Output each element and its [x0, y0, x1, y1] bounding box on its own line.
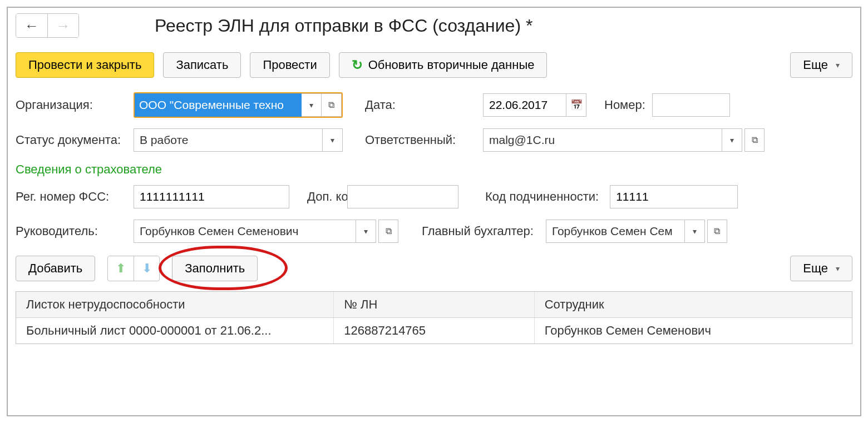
ext-input[interactable] [347, 185, 458, 208]
fill-label: Заполнить [185, 261, 245, 276]
head-dropdown-button[interactable]: ▾ [356, 220, 376, 243]
form-row-reg-ext-subcode: Рег. номер ФСС: Доп. код: Код подчиненно… [16, 185, 852, 209]
ext-label: Доп. код: [307, 190, 341, 203]
responsible-input-group: malg@1C.ru ▾ ⧉ [483, 128, 765, 152]
refresh-icon: ↻ [352, 57, 363, 73]
refresh-secondary-button[interactable]: ↻ Обновить вторичные данные [339, 52, 548, 78]
cell-doc: Больничный лист 0000-000001 от 21.06.2..… [16, 318, 334, 344]
number-label: Номер: [604, 98, 645, 112]
org-input-group: ООО "Современные техно ▾ ⧉ [134, 92, 343, 118]
acct-input[interactable]: Горбунков Семен Сем [546, 220, 685, 243]
page-title: Реестр ЭЛН для отправки в ФСС (создание)… [155, 16, 532, 36]
status-dropdown-button[interactable]: ▾ [323, 128, 343, 152]
table-toolbar: Добавить ⬆ ⬇ Заполнить Еще ▾ [16, 256, 852, 281]
chevron-down-icon: ▾ [836, 264, 840, 273]
save-button[interactable]: Записать [163, 52, 241, 78]
chevron-down-icon: ▾ [836, 61, 840, 69]
chevron-down-icon: ▾ [309, 101, 313, 110]
subcode-label: Код подчиненности: [485, 190, 599, 204]
chevron-down-icon: ▾ [364, 227, 368, 236]
org-input[interactable]: ООО "Современные техно [135, 93, 302, 117]
more-label: Еще [803, 58, 828, 72]
forward-button[interactable]: → [47, 14, 78, 37]
chevron-down-icon: ▾ [331, 136, 334, 145]
status-input-group: В работе ▾ [134, 128, 343, 152]
calendar-icon [570, 99, 583, 111]
form-row-status-responsible: Статус документа: В работе ▾ Ответственн… [16, 128, 852, 152]
main-toolbar: Провести и закрыть Записать Провести ↻ О… [16, 52, 852, 78]
open-icon: ⧉ [752, 135, 758, 145]
open-icon: ⧉ [386, 226, 392, 236]
arrow-right-icon: → [56, 17, 71, 34]
col-emp[interactable]: Сотрудник [534, 292, 852, 318]
date-calendar-button[interactable] [566, 93, 586, 117]
refresh-label: Обновить вторичные данные [368, 58, 535, 72]
arrow-down-icon: ⬇ [142, 261, 152, 276]
acct-input-group: Горбунков Семен Сем ▾ ⧉ [546, 220, 727, 243]
back-button[interactable]: ← [16, 14, 47, 37]
head-input-group: Горбунков Семен Семенович ▾ ⧉ [134, 220, 398, 243]
head-label: Руководитель: [16, 224, 127, 238]
table-more-button[interactable]: Еще ▾ [790, 256, 852, 281]
sick-leave-table: Листок нетрудоспособности № ЛН Сотрудник… [16, 291, 852, 344]
responsible-dropdown-button[interactable]: ▾ [722, 128, 742, 152]
responsible-open-button[interactable]: ⧉ [744, 128, 765, 152]
form-row-head-acct: Руководитель: Горбунков Семен Семенович … [16, 219, 852, 243]
table-header-row: Листок нетрудоспособности № ЛН Сотрудник [16, 292, 852, 318]
chevron-down-icon: ▾ [693, 227, 697, 236]
date-input-group [483, 93, 586, 117]
chevron-down-icon: ▾ [730, 136, 734, 145]
head-input[interactable]: Горбунков Семен Семенович [134, 220, 356, 243]
insurer-section-header: Сведения о страхователе [16, 162, 852, 177]
move-down-button[interactable]: ⬇ [134, 256, 159, 281]
col-doc[interactable]: Листок нетрудоспособности [16, 292, 334, 318]
responsible-input[interactable]: malg@1C.ru [483, 128, 722, 152]
date-label: Дата: [365, 98, 398, 112]
reg-input[interactable] [134, 185, 289, 208]
open-icon: ⧉ [328, 100, 334, 110]
number-input[interactable] [652, 93, 730, 117]
table-row[interactable]: Больничный лист 0000-000001 от 21.06.2..… [16, 318, 852, 344]
more-button[interactable]: Еще ▾ [790, 52, 852, 78]
post-button[interactable]: Провести [250, 52, 329, 78]
move-up-button[interactable]: ⬆ [108, 256, 134, 281]
status-input[interactable]: В работе [134, 128, 323, 152]
org-dropdown-button[interactable]: ▾ [302, 93, 322, 117]
move-buttons: ⬆ ⬇ [107, 256, 160, 281]
save-label: Записать [176, 58, 228, 72]
document-window: ← → Реестр ЭЛН для отправки в ФСС (созда… [7, 7, 861, 416]
reg-label: Рег. номер ФСС: [16, 190, 127, 204]
nav-button-group: ← → [16, 13, 79, 38]
cell-num: 126887214765 [334, 318, 534, 344]
post-and-close-label: Провести и закрыть [28, 58, 141, 72]
cell-emp: Горбунков Семен Семенович [534, 318, 852, 344]
head-open-button[interactable]: ⧉ [378, 220, 398, 243]
post-and-close-button[interactable]: Провести и закрыть [16, 52, 154, 78]
post-label: Провести [263, 58, 317, 72]
open-icon: ⧉ [714, 226, 720, 236]
form-row-org-date: Организация: ООО "Современные техно ▾ ⧉ … [16, 92, 852, 118]
responsible-label: Ответственный: [365, 133, 476, 147]
subcode-input[interactable] [610, 185, 738, 208]
org-open-button[interactable]: ⧉ [322, 93, 342, 117]
add-button[interactable]: Добавить [16, 256, 95, 281]
table-more-label: Еще [803, 261, 828, 276]
col-num[interactable]: № ЛН [334, 292, 534, 318]
fill-button[interactable]: Заполнить [172, 256, 258, 281]
acct-dropdown-button[interactable]: ▾ [685, 220, 705, 243]
status-label: Статус документа: [16, 133, 127, 147]
arrow-left-icon: ← [24, 17, 39, 34]
org-label: Организация: [16, 98, 127, 112]
acct-open-button[interactable]: ⧉ [707, 220, 727, 243]
add-label: Добавить [28, 261, 82, 276]
acct-label: Главный бухгалтер: [422, 224, 534, 238]
arrow-up-icon: ⬆ [116, 261, 126, 276]
date-input[interactable] [483, 93, 566, 117]
header-row: ← → Реестр ЭЛН для отправки в ФСС (созда… [16, 13, 852, 38]
